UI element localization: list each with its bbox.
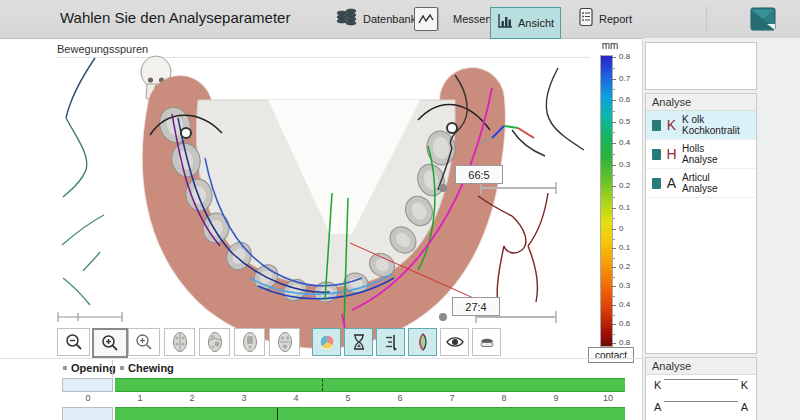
analysis-doc-icon: [652, 178, 661, 189]
analyse-legend-box: Analyse K K A A: [645, 357, 757, 420]
analyse-item-articul[interactable]: A ArticulAnalyse: [646, 169, 756, 198]
scale-tick: [612, 111, 615, 112]
occlusion-lens-icon: [414, 332, 432, 352]
export-icon: [748, 5, 778, 33]
app-window: Wahlen Sie den Analyseparameter Datenban…: [0, 0, 800, 420]
timeline-track2-bar[interactable]: [115, 407, 625, 420]
scale-tick-label: 0.5: [619, 117, 630, 126]
scale-tick: [612, 143, 616, 144]
legend-row-k: K K: [646, 375, 756, 397]
timeline-tick: 10: [603, 393, 613, 403]
visibility-button[interactable]: [440, 328, 469, 356]
scale-tick: [612, 132, 615, 133]
timeline-separator: [0, 358, 642, 359]
analyse-item-label: K olkKochkontralit: [682, 114, 740, 136]
denture-icon: [478, 335, 496, 349]
sidebar-separator: [642, 38, 643, 420]
analysis-glyph-a: A: [664, 175, 679, 191]
zoom-in-button[interactable]: [92, 328, 128, 358]
arch-view-1-button[interactable]: [164, 328, 195, 356]
timeline-header-divider: [112, 360, 113, 377]
timeline-tick: 6: [397, 393, 402, 403]
analyse-item-kolk[interactable]: K K olkKochkontralit: [646, 111, 756, 140]
occlusion-lens-button[interactable]: [408, 328, 437, 356]
database-icon: [336, 7, 358, 31]
timeline-tick: 5: [345, 393, 350, 403]
arch-view-1-icon: [171, 331, 189, 353]
scale-tick: [612, 324, 616, 325]
report-button[interactable]: Report: [572, 4, 638, 34]
condyle-trace-left: [58, 58, 122, 322]
timeline-marker-1[interactable]: [322, 379, 323, 391]
contact-label[interactable]: contact: [588, 347, 634, 363]
slider-levels-icon: [383, 333, 399, 351]
timeline-tick: 0: [85, 393, 90, 403]
scale-tick: [612, 343, 616, 344]
measurement-upper[interactable]: 66:5: [455, 165, 503, 184]
scale-tick-label: 0.1: [619, 243, 630, 252]
scale-tick: [612, 239, 615, 240]
scale-tick-label: 0.6: [619, 95, 630, 104]
zoom-out-icon: [64, 332, 84, 352]
scale-tick: [612, 175, 615, 176]
timeline-track2-lead[interactable]: [62, 407, 113, 420]
scale-tick: [612, 334, 615, 335]
timeline-scale: 012345678910: [0, 393, 640, 405]
ansicht-label: Ansicht: [518, 17, 554, 29]
timeline-section-opening[interactable]: Opening: [63, 362, 116, 374]
timeline-tick: 8: [501, 393, 506, 403]
top-toolbar: Wahlen Sie den Analyseparameter Datenban…: [0, 0, 800, 39]
scale-tick-label: 0.6: [619, 319, 630, 328]
bar-chart-icon: [497, 13, 513, 33]
analyse-item-label: HollsAnalyse: [682, 143, 718, 165]
scale-tick-label: 0.4: [619, 300, 630, 309]
timeline-marker-2[interactable]: [277, 408, 278, 420]
scale-tick: [612, 57, 616, 58]
analyse-list-box: Analyse K K olkKochkontralit H HollsAnal…: [645, 93, 757, 354]
scale-tick-label: 0.2: [619, 262, 630, 271]
toolbar-divider-2: [706, 7, 707, 31]
scale-tick: [612, 229, 616, 230]
sidebar-empty-box: [645, 42, 757, 90]
timeline-track1-lead[interactable]: [62, 378, 113, 392]
scale-tick: [612, 277, 615, 278]
arch-view-3-icon: [241, 331, 259, 353]
analysis-glyph-k: K: [664, 117, 679, 133]
analyse-legend-header: Analyse: [646, 358, 756, 375]
scale-tick: [612, 68, 615, 69]
scale-tick-label: 0.1: [619, 203, 630, 212]
model-visibility-button[interactable]: [472, 328, 501, 356]
export-button[interactable]: [748, 5, 778, 33]
zoom-region-button[interactable]: [128, 328, 160, 356]
color-sphere-icon: [318, 333, 336, 351]
scale-tick: [612, 267, 616, 268]
hourglass-button[interactable]: [344, 328, 373, 356]
ansicht-button[interactable]: Ansicht: [490, 7, 561, 39]
scale-tick-label: 0.7: [619, 74, 630, 83]
legend-row-a: A A: [646, 397, 756, 419]
toolbar-divider: [438, 7, 439, 31]
jaw-3d-viewport[interactable]: [0, 38, 642, 358]
scale-tick: [612, 89, 615, 90]
scale-tick-label: 0: [619, 224, 623, 233]
analyse-item-holls[interactable]: H HollsAnalyse: [646, 140, 756, 169]
measurement-lower[interactable]: 27:4: [452, 297, 500, 316]
scale-tick: [612, 79, 616, 80]
scale-tick: [612, 186, 616, 187]
scale-tick: [612, 305, 616, 306]
arch-view-3-button[interactable]: [234, 328, 265, 356]
timeline-tick: 1: [137, 393, 142, 403]
analysis-doc-icon: [652, 149, 661, 160]
timeline-tick: 4: [293, 393, 298, 403]
arch-view-4-button[interactable]: [269, 328, 300, 356]
waveform-icon: [414, 7, 438, 31]
arch-view-2-button[interactable]: [199, 328, 230, 356]
timeline-section-chewing[interactable]: Chewing: [120, 362, 174, 374]
analyse-item-label: ArticulAnalyse: [682, 172, 718, 194]
color-sphere-button[interactable]: [312, 328, 341, 356]
timeline-track1-bar[interactable]: [115, 378, 625, 392]
scale-tick-label: 0.3: [619, 160, 630, 169]
trace-settings-button[interactable]: [376, 328, 405, 356]
timeline-tick: 3: [241, 393, 246, 403]
zoom-out-button[interactable]: [57, 328, 90, 356]
